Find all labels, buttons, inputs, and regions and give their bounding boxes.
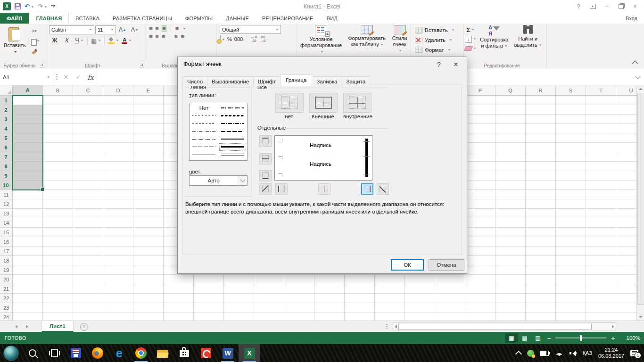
zoom-out-button[interactable]: −: [545, 335, 554, 342]
cell-S2[interactable]: [556, 105, 586, 115]
cut-button[interactable]: ✂: [29, 26, 41, 36]
scroll-up-arrow[interactable]: [639, 88, 643, 90]
cell-A15[interactable]: [13, 228, 43, 237]
cell-A19[interactable]: [13, 265, 43, 275]
cell-A8[interactable]: [13, 162, 43, 171]
cell-U2[interactable]: [616, 105, 636, 115]
font-size-combo[interactable]: 11: [95, 25, 116, 34]
cell-O24[interactable]: [435, 313, 465, 321]
cell-C14[interactable]: [73, 218, 103, 228]
italic-button[interactable]: К: [61, 36, 73, 45]
increase-decimal-button[interactable]: ←.0,00: [251, 35, 257, 43]
page-break-view-button[interactable]: ▥: [531, 333, 545, 343]
cell-R15[interactable]: [526, 228, 556, 237]
cell-E7[interactable]: [133, 152, 164, 162]
font-color-button[interactable]: А: [121, 36, 132, 45]
cell-R10[interactable]: [526, 181, 556, 190]
cell-P6[interactable]: [465, 143, 495, 152]
cell-Q23[interactable]: [495, 303, 526, 313]
zoom-in-button[interactable]: +: [608, 335, 618, 342]
line-style-solid[interactable]: [190, 151, 217, 159]
cell-H21[interactable]: [224, 284, 254, 294]
cell-G21[interactable]: [194, 284, 224, 294]
cell-S16[interactable]: [556, 237, 586, 247]
ribbon-tab-6[interactable]: РЕЦЕНЗИРОВАНИЕ: [256, 13, 320, 24]
cell-U9[interactable]: [616, 171, 636, 181]
next-sheet-button[interactable]: [26, 325, 28, 329]
cell-C13[interactable]: [73, 209, 103, 218]
row-header-16[interactable]: 16: [0, 237, 13, 247]
cell-D24[interactable]: [103, 313, 133, 321]
cell-I21[interactable]: [254, 284, 284, 294]
cell-H20[interactable]: [224, 275, 254, 284]
cell-A20[interactable]: [13, 275, 43, 284]
cell-Q15[interactable]: [495, 228, 526, 237]
cell-S15[interactable]: [556, 228, 586, 237]
top-border-button[interactable]: [259, 135, 272, 147]
cell-R19[interactable]: [526, 265, 556, 275]
cell-S21[interactable]: [556, 284, 586, 294]
cell-E12[interactable]: [133, 199, 164, 209]
cell-S23[interactable]: [556, 303, 586, 313]
cell-A22[interactable]: [13, 294, 43, 303]
cell-E16[interactable]: [133, 237, 164, 247]
cell-O23[interactable]: [435, 303, 465, 313]
preset-outline-button[interactable]: [309, 93, 338, 113]
cell-D2[interactable]: [103, 105, 133, 115]
cell-I23[interactable]: [254, 303, 284, 313]
color-dropdown[interactable]: Авто: [189, 175, 248, 186]
cell-F22[interactable]: [164, 294, 194, 303]
cell-U3[interactable]: [616, 115, 636, 124]
cell-C19[interactable]: [73, 265, 103, 275]
cell-P1[interactable]: [465, 96, 495, 105]
cell-T14[interactable]: [586, 218, 616, 228]
cancel-button[interactable]: Отмена: [429, 259, 464, 271]
row-header-17[interactable]: 17: [0, 247, 13, 256]
cell-U5[interactable]: [616, 133, 636, 143]
row-header-6[interactable]: 6: [0, 143, 13, 152]
cell-B2[interactable]: [43, 105, 73, 115]
language-indicator[interactable]: ҚАЗ: [583, 350, 592, 356]
cell-J23[interactable]: [284, 303, 314, 313]
cell-B20[interactable]: [43, 275, 73, 284]
cell-B24[interactable]: [43, 313, 73, 321]
cell-L21[interactable]: [345, 284, 375, 294]
undo-button[interactable]: ↶: [25, 3, 34, 10]
format-painter-button[interactable]: [29, 46, 41, 56]
cancel-entry-button[interactable]: ✕: [60, 69, 72, 85]
cell-C10[interactable]: [73, 181, 103, 190]
cell-D11[interactable]: [103, 190, 133, 199]
vertical-scrollbar[interactable]: [636, 85, 644, 321]
cell-L22[interactable]: [345, 294, 375, 303]
name-box[interactable]: A1: [0, 69, 53, 85]
cell-U20[interactable]: [616, 275, 636, 284]
cell-T9[interactable]: [586, 171, 616, 181]
cell-D10[interactable]: [103, 181, 133, 190]
cell-T3[interactable]: [586, 115, 616, 124]
scroll-down-arrow[interactable]: [639, 316, 643, 318]
cell-A11[interactable]: [13, 190, 43, 199]
column-header-S[interactable]: S: [556, 85, 586, 96]
cell-C23[interactable]: [73, 303, 103, 313]
line-style-dash-dot[interactable]: [190, 128, 217, 136]
cell-P14[interactable]: [465, 218, 495, 228]
cell-N21[interactable]: [405, 284, 435, 294]
cell-C16[interactable]: [73, 237, 103, 247]
cell-S14[interactable]: [556, 218, 586, 228]
minimize-button[interactable]: –: [601, 1, 613, 12]
tray-expand-icon[interactable]: [515, 351, 522, 357]
taskbar-file-explorer[interactable]: [152, 344, 173, 362]
cell-C18[interactable]: [73, 256, 103, 265]
cell-A18[interactable]: [13, 256, 43, 265]
cell-D17[interactable]: [103, 247, 133, 256]
cell-D6[interactable]: [103, 143, 133, 152]
cell-E18[interactable]: [133, 256, 164, 265]
cell-P10[interactable]: [465, 181, 495, 190]
cell-P15[interactable]: [465, 228, 495, 237]
left-border-button[interactable]: [275, 183, 288, 195]
cell-Q18[interactable]: [495, 256, 526, 265]
restore-button[interactable]: [615, 1, 627, 12]
cell-Q6[interactable]: [495, 143, 526, 152]
percent-style-button[interactable]: %: [227, 36, 232, 42]
customize-qat-button[interactable]: [51, 5, 55, 8]
